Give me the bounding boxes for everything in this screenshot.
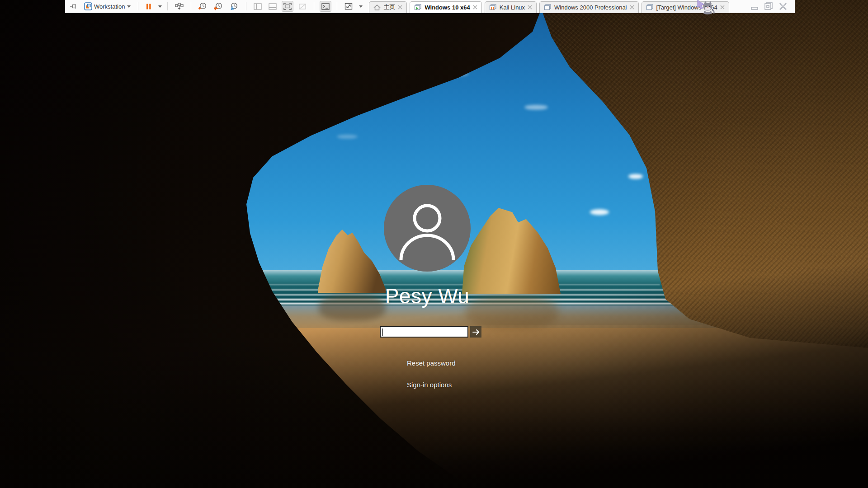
- submit-password-button[interactable]: [470, 326, 481, 338]
- toolbar-separator: [138, 2, 138, 10]
- vm-tab-bar: 主页 Windows 10 x64: [369, 0, 729, 13]
- tab-close-icon[interactable]: [720, 5, 725, 9]
- workstation-menu[interactable]: Workstation: [82, 1, 132, 12]
- tab-close-icon[interactable]: [528, 5, 532, 9]
- tab-close-icon[interactable]: [630, 5, 634, 9]
- console-view-button[interactable]: [320, 1, 331, 12]
- text-caret: [382, 328, 383, 336]
- tab-label: 主页: [383, 3, 395, 11]
- minimize-icon: [750, 2, 759, 10]
- chevron-down-icon: [127, 5, 131, 8]
- maximize-button[interactable]: [764, 2, 773, 11]
- vm-running-icon: [414, 4, 422, 11]
- cursor-arrow-icon: [698, 0, 704, 9]
- tab-label: Windows 2000 Professional: [554, 4, 627, 11]
- minimize-button[interactable]: [750, 2, 759, 10]
- windows-login-screen: Pesy Wu Reset password Sign-in options: [0, 0, 868, 488]
- ctrl-alt-del-icon: [175, 3, 184, 10]
- unity-window-icon: [298, 3, 307, 10]
- workstation-menu-label[interactable]: Workstation: [94, 3, 125, 10]
- tab-label: Windows 10 x64: [425, 4, 470, 11]
- chevron-down-icon[interactable]: [359, 5, 363, 8]
- vmware-workstation-logo-icon: [84, 2, 92, 10]
- fit-guest-button[interactable]: [343, 1, 354, 12]
- take-snapshot-button[interactable]: [197, 1, 209, 12]
- user-avatar: [384, 185, 471, 272]
- clock-plus-icon: [198, 2, 207, 10]
- unity-mode-button: [297, 1, 308, 12]
- pin-toolbar-button[interactable]: [68, 1, 79, 12]
- tab-home[interactable]: 主页: [369, 1, 407, 13]
- password-input[interactable]: [380, 326, 468, 338]
- tab-windows-10-x64[interactable]: Windows 10 x64: [410, 1, 481, 13]
- close-icon: [778, 2, 788, 11]
- close-button[interactable]: [778, 2, 788, 11]
- user-icon: [384, 185, 471, 272]
- vmware-fullscreen-desktop: Pesy Wu Reset password Sign-in options: [0, 0, 868, 488]
- terminal-icon: [321, 3, 330, 10]
- tab-close-icon[interactable]: [398, 5, 402, 9]
- tab-kali-linux[interactable]: Kali Linux: [485, 1, 537, 13]
- clock-wrench-icon: [230, 2, 239, 10]
- sign-in-options-link[interactable]: Sign-in options: [407, 381, 452, 389]
- vmware-toolbar: Workstation: [65, 0, 795, 13]
- library-pane-icon: [254, 3, 262, 10]
- clock-revert-icon: [214, 2, 223, 10]
- tab-label: Kali Linux: [500, 4, 525, 11]
- toolbar-separator: [337, 2, 337, 10]
- mouse-cursor: [692, 0, 717, 18]
- manage-snapshots-button[interactable]: [228, 1, 241, 12]
- cat-sprite-icon: [703, 1, 714, 14]
- password-row: [380, 326, 481, 338]
- toolbar-separator: [191, 2, 191, 10]
- vm-suspended-icon: [489, 4, 497, 11]
- arrow-right-icon: [472, 329, 480, 335]
- fullscreen-button[interactable]: [282, 1, 293, 12]
- pause-icon: [146, 3, 152, 10]
- reset-password-link[interactable]: Reset password: [407, 359, 456, 367]
- pin-icon: [70, 3, 77, 9]
- vm-powered-off-icon: [544, 4, 552, 11]
- show-library-button[interactable]: [252, 1, 264, 12]
- toolbar-separator: [246, 2, 246, 10]
- window-controls: [750, 2, 791, 11]
- revert-snapshot-button[interactable]: [212, 1, 225, 12]
- stretch-resize-icon: [344, 3, 353, 10]
- toolbar-buttons: Workstation: [68, 1, 363, 12]
- home-icon: [373, 4, 381, 11]
- toolbar-separator: [167, 2, 168, 10]
- chevron-down-icon[interactable]: [158, 5, 162, 8]
- send-ctrl-alt-del-button[interactable]: [173, 1, 185, 12]
- username-label: Pesy Wu: [366, 284, 488, 308]
- tab-close-icon[interactable]: [473, 5, 477, 9]
- show-thumbnail-bar-button[interactable]: [267, 1, 278, 12]
- toolbar-separator: [314, 2, 314, 10]
- restore-window-icon: [764, 2, 773, 11]
- vm-powered-off-icon: [646, 4, 654, 11]
- power-pause-button[interactable]: [144, 1, 154, 12]
- tab-windows-2000-professional[interactable]: Windows 2000 Professional: [539, 1, 638, 13]
- fullscreen-icon: [283, 3, 292, 10]
- thumbnail-pane-icon: [269, 3, 277, 10]
